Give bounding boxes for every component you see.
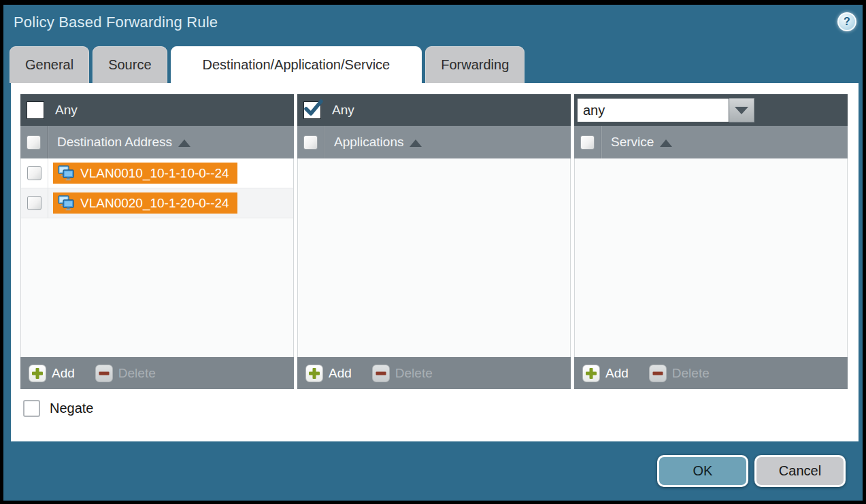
sort-ascending-icon [660, 139, 672, 147]
service-column-header[interactable]: Service [611, 135, 654, 150]
delete-icon [372, 365, 390, 382]
chevron-down-icon [735, 107, 748, 114]
add-icon [582, 365, 600, 382]
destination-address-item[interactable]: VLAN0020_10-1-20-0--24 [53, 192, 237, 214]
applications-toolbar: Add Delete [297, 357, 571, 389]
service-select-all-checkbox[interactable] [580, 135, 595, 150]
delete-button[interactable]: Delete [649, 365, 710, 382]
delete-button[interactable]: Delete [372, 365, 433, 382]
negate-label: Negate [50, 401, 94, 416]
sort-ascending-icon [410, 139, 422, 147]
applications-any-bar: Any [297, 94, 571, 126]
destination-any-checkbox[interactable] [27, 101, 44, 119]
applications-list [297, 158, 571, 357]
add-button[interactable]: Add [582, 365, 629, 382]
checkmark-icon [303, 99, 324, 120]
delete-button[interactable]: Delete [95, 365, 156, 382]
destination-any-bar: Any [20, 94, 294, 126]
row-checkbox[interactable] [27, 196, 41, 210]
network-address-icon [57, 195, 75, 212]
service-list [574, 158, 848, 357]
policy-based-forwarding-dialog: Policy Based Forwarding Rule ? General S… [0, 0, 866, 504]
destination-select-all-checkbox[interactable] [27, 135, 41, 150]
applications-column-header[interactable]: Applications [334, 135, 403, 150]
destination-address-label: VLAN0010_10-1-10-0--24 [80, 166, 229, 181]
service-header-row: Service [574, 126, 848, 158]
tab-source[interactable]: Source [93, 46, 167, 83]
row-checkbox[interactable] [27, 166, 41, 180]
destination-any-label: Any [55, 103, 78, 118]
table-row: VLAN0020_10-1-20-0--24 [21, 188, 293, 218]
add-button[interactable]: Add [29, 365, 75, 382]
applications-any-label: Any [332, 103, 354, 118]
dropdown-button[interactable] [729, 98, 754, 122]
table-row: VLAN0010_10-1-10-0--24 [21, 158, 293, 188]
tab-destination-application-service[interactable]: Destination/Application/Service [171, 46, 422, 83]
destination-toolbar: Add Delete [20, 357, 294, 389]
sort-ascending-icon [178, 139, 190, 147]
negate-row: Negate [23, 400, 94, 417]
destination-address-label: VLAN0020_10-1-20-0--24 [80, 196, 229, 211]
delete-icon [649, 365, 667, 382]
service-dropdown [577, 98, 754, 122]
service-dropdown-bar [574, 94, 848, 126]
help-icon[interactable]: ? [837, 12, 856, 31]
tab-general[interactable]: General [10, 46, 89, 83]
service-toolbar: Add Delete [574, 357, 848, 389]
tab-forwarding[interactable]: Forwarding [425, 46, 524, 83]
destination-list: VLAN0010_10-1-10-0--24 [20, 158, 294, 357]
destination-address-item[interactable]: VLAN0010_10-1-10-0--24 [53, 163, 237, 184]
service-dropdown-input[interactable] [577, 98, 729, 122]
destination-header-row: Destination Address [20, 126, 294, 158]
dialog-title: Policy Based Forwarding Rule [14, 14, 218, 31]
negate-checkbox[interactable] [23, 400, 40, 417]
applications-any-checkbox[interactable] [303, 101, 321, 119]
tab-bar: General Source Destination/Application/S… [10, 46, 524, 83]
applications-column: Any Applications Add [297, 94, 571, 389]
service-column: Service Add Delete [574, 94, 848, 389]
applications-select-all-checkbox[interactable] [303, 135, 318, 150]
tab-content-panel: Any Destination Address [11, 83, 859, 441]
ok-button[interactable]: OK [657, 455, 748, 487]
delete-icon [95, 365, 113, 382]
cancel-button[interactable]: Cancel [754, 455, 846, 487]
add-icon [305, 365, 323, 382]
network-address-icon [57, 165, 75, 182]
destination-address-column: Any Destination Address [20, 94, 294, 389]
destination-column-header[interactable]: Destination Address [57, 135, 172, 150]
add-icon [29, 365, 46, 382]
add-button[interactable]: Add [305, 365, 352, 382]
applications-header-row: Applications [297, 126, 571, 158]
